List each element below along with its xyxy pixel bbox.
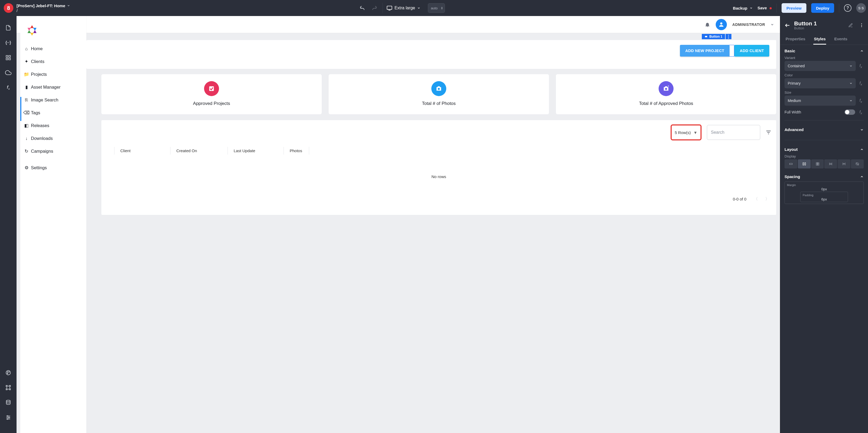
- backup-button[interactable]: Backup: [733, 6, 753, 10]
- margin-box[interactable]: Margin 0px Padding 6px: [784, 181, 864, 204]
- image-search-icon: ⎘: [24, 97, 29, 103]
- collapse-icon[interactable]: [860, 148, 864, 151]
- filter-icon[interactable]: [766, 129, 771, 135]
- card-approved-photos[interactable]: + Total # of Approved Photos: [556, 74, 776, 114]
- svg-rect-19: [705, 36, 707, 37]
- pages-icon[interactable]: [4, 24, 12, 31]
- card-approved-projects[interactable]: Approved Projects: [101, 74, 322, 114]
- zoom-value: auto: [431, 6, 437, 10]
- unsaved-indicator-icon: [770, 7, 772, 9]
- svg-rect-5: [9, 58, 10, 60]
- pager-range: 0-0 of 0: [733, 197, 746, 201]
- sidebar-item-clients[interactable]: ✦Clients: [20, 55, 86, 68]
- preview-button[interactable]: Preview: [782, 3, 806, 13]
- tab-styles[interactable]: Styles: [813, 34, 826, 45]
- functions-icon[interactable]: fx: [4, 84, 12, 91]
- svg-point-21: [438, 88, 440, 90]
- save-button[interactable]: Save: [757, 6, 772, 10]
- collapse-icon[interactable]: [860, 49, 864, 53]
- deploy-button[interactable]: Deploy: [811, 3, 834, 13]
- fx-button[interactable]: fx: [858, 81, 864, 86]
- display-inline-button[interactable]: T: [838, 160, 850, 169]
- sidebar-item-settings[interactable]: ⚙Settings: [20, 161, 86, 174]
- column-photos[interactable]: Photos: [284, 147, 309, 154]
- breadcrumb[interactable]: [ProServ] Jebel-FT: Home /: [17, 3, 70, 13]
- zoom-stepper[interactable]: ▲▼: [441, 6, 443, 9]
- cloud-icon[interactable]: [4, 69, 12, 76]
- canvas[interactable]: ADMINISTRATOR ⌂Home ✦Clients 📁Projects ▮…: [17, 16, 780, 433]
- collapse-icon[interactable]: [860, 175, 864, 179]
- display-none-button[interactable]: [851, 160, 864, 169]
- sidebar-item-asset-manager[interactable]: ▮Asset Manager: [20, 81, 86, 93]
- back-button[interactable]: [784, 22, 790, 28]
- search-placeholder: Search: [711, 130, 724, 135]
- state-icon[interactable]: {··}: [4, 39, 12, 47]
- color-select[interactable]: Primary: [784, 78, 856, 88]
- svg-rect-20: [209, 86, 214, 91]
- size-select[interactable]: Medium: [784, 95, 856, 106]
- card-total-photos[interactable]: Total # of Photos: [329, 74, 549, 114]
- page-title: ack: [86, 48, 768, 61]
- section-advanced[interactable]: Advanced: [780, 124, 868, 137]
- pagination: 0-0 of 0 〈 〉: [106, 197, 771, 202]
- search-input[interactable]: Search: [707, 125, 760, 140]
- home-icon: ⌂: [24, 46, 29, 51]
- display-flex-button[interactable]: [798, 160, 811, 169]
- add-client-button[interactable]: ADD CLIENT: [734, 45, 769, 57]
- display-grid-button[interactable]: [811, 160, 824, 169]
- more-icon[interactable]: ⋮: [860, 23, 864, 28]
- full-width-toggle[interactable]: [844, 110, 855, 115]
- undo-button[interactable]: [358, 4, 367, 12]
- download-icon: ↓: [24, 136, 29, 141]
- sidebar-item-releases[interactable]: ◧Releases: [20, 119, 86, 132]
- pager-next-icon[interactable]: 〉: [765, 197, 769, 202]
- sidebar-item-campaigns[interactable]: ↻Campaigns: [20, 145, 86, 157]
- selection-menu-icon[interactable]: ⋮: [725, 34, 732, 39]
- help-icon[interactable]: ?: [844, 4, 851, 12]
- column-client[interactable]: Client: [114, 147, 170, 154]
- tab-properties[interactable]: Properties: [785, 34, 806, 45]
- tab-events[interactable]: Events: [834, 34, 848, 45]
- sidebar-item-downloads[interactable]: ↓Downloads: [20, 132, 86, 145]
- topbar: 8 [ProServ] Jebel-FT: Home / Extra large: [0, 0, 868, 16]
- assets-icon[interactable]: [4, 384, 12, 392]
- padding-top-value[interactable]: 6px: [803, 197, 846, 201]
- selection-tag[interactable]: Button 1 ⋮: [702, 34, 732, 39]
- add-new-project-button[interactable]: ADD NEW PROJECT: [680, 45, 730, 57]
- sidebar-item-projects[interactable]: 📁Projects: [20, 68, 86, 81]
- column-last-update[interactable]: Last Update: [227, 147, 284, 154]
- rows-select[interactable]: 5 Row(s) ▼: [671, 124, 702, 140]
- user-avatar[interactable]: S S: [856, 3, 866, 13]
- display-block-button[interactable]: [784, 160, 797, 169]
- fx-button[interactable]: fx: [858, 63, 864, 68]
- margin-top-value[interactable]: 0px: [787, 187, 861, 191]
- sidebar-item-tags[interactable]: ⌫Tags: [20, 106, 86, 119]
- sidebar-item-home[interactable]: ⌂Home: [20, 42, 86, 55]
- viewport-select[interactable]: Extra large: [382, 3, 424, 13]
- components-icon[interactable]: [4, 54, 12, 61]
- redo-button[interactable]: [370, 4, 379, 12]
- data-icon[interactable]: [4, 399, 12, 406]
- svg-rect-3: [9, 56, 10, 57]
- svg-point-15: [7, 416, 8, 417]
- padding-box[interactable]: Padding 6px: [800, 192, 848, 202]
- settings-rail-icon[interactable]: [4, 414, 12, 421]
- chevron-down-icon[interactable]: [67, 4, 70, 7]
- column-created[interactable]: Created On: [170, 147, 227, 154]
- svg-point-16: [8, 417, 9, 418]
- svg-rect-2: [6, 56, 8, 57]
- release-icon: ◧: [24, 123, 29, 128]
- pager-prev-icon[interactable]: 〈: [754, 197, 758, 202]
- sidebar-item-image-search[interactable]: ⎘Image Search: [20, 93, 86, 106]
- theme-icon[interactable]: [4, 369, 12, 376]
- fx-button[interactable]: fx: [858, 110, 864, 115]
- display-inlineblock-button[interactable]: [824, 160, 837, 169]
- app-logo-8base[interactable]: 8: [4, 3, 13, 13]
- variant-select[interactable]: Contained: [784, 61, 856, 71]
- svg-rect-33: [816, 164, 817, 166]
- edit-icon[interactable]: [848, 23, 853, 28]
- zoom-input[interactable]: auto ▲▼: [428, 3, 445, 13]
- fx-button[interactable]: fx: [858, 98, 864, 103]
- expand-icon[interactable]: [860, 128, 864, 132]
- left-rail: {··} fx: [0, 16, 17, 433]
